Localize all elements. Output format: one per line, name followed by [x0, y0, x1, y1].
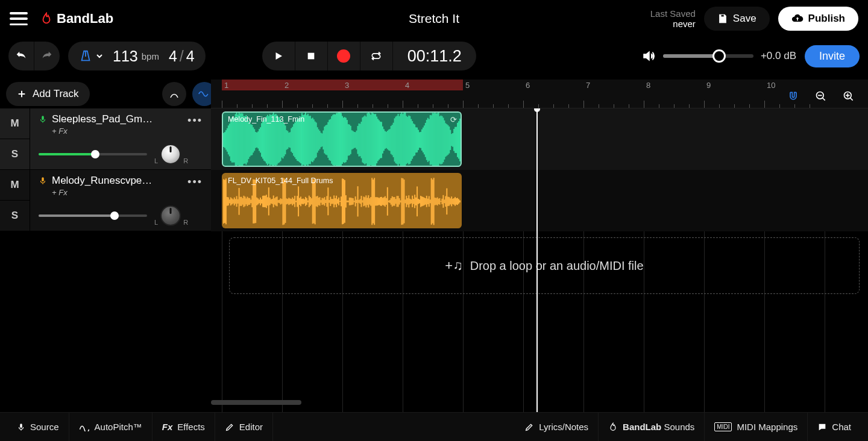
svg-rect-254	[281, 199, 283, 204]
svg-rect-213	[233, 199, 234, 204]
arrange-canvas[interactable]: Melody_Fin_113_Fmin ⟳ FL_DV_KIT05_144_Fu…	[211, 108, 868, 412]
tempo-value[interactable]: 113	[113, 48, 138, 65]
svg-rect-381	[432, 180, 433, 224]
draw-tool-button[interactable]	[162, 82, 186, 106]
svg-rect-292	[326, 196, 327, 207]
zoom-out-button[interactable]	[809, 84, 833, 108]
svg-rect-110	[348, 124, 349, 155]
chevron-down-icon	[96, 52, 103, 60]
save-icon	[717, 13, 728, 24]
snap-magnet-button[interactable]	[781, 84, 805, 108]
svg-rect-55	[282, 121, 283, 158]
bottom-editor[interactable]: Editor	[215, 413, 273, 441]
svg-rect-394	[447, 197, 448, 207]
mute-button[interactable]: M	[0, 108, 30, 139]
project-title[interactable]: Stretch It	[409, 11, 459, 26]
svg-rect-158	[404, 113, 406, 167]
svg-rect-178	[429, 119, 430, 161]
zoom-in-button[interactable]	[837, 84, 861, 108]
svg-rect-277	[309, 196, 310, 207]
bpm-label: bpm	[142, 51, 159, 61]
svg-rect-135	[377, 119, 379, 161]
svg-rect-176	[426, 120, 427, 160]
svg-rect-116	[355, 132, 356, 148]
add-fx-button[interactable]: + Fx	[52, 127, 203, 136]
svg-rect-167	[415, 127, 417, 152]
svg-rect-239	[263, 196, 265, 207]
svg-rect-383	[435, 198, 436, 205]
svg-rect-403	[458, 199, 459, 204]
svg-rect-84	[317, 127, 318, 152]
speaker-icon[interactable]	[641, 49, 656, 63]
playhead[interactable]	[536, 108, 538, 412]
solo-button[interactable]: S	[0, 139, 30, 169]
svg-rect-193	[446, 124, 447, 155]
stop-button[interactable]	[295, 42, 327, 70]
loop-region[interactable]	[222, 80, 463, 90]
audio-clip-1[interactable]: FL_DV_KIT05_144_Full Drums	[222, 173, 462, 228]
timecode[interactable]: 00:11.2	[392, 42, 476, 70]
bottom-midi[interactable]: MIDIMIDI Mappings	[705, 413, 808, 441]
save-button[interactable]: Save	[704, 7, 770, 31]
svg-rect-75	[306, 115, 307, 164]
drop-zone[interactable]: +♫ Drop a loop or an audio/MIDI file	[229, 237, 860, 294]
svg-rect-112	[350, 126, 351, 154]
svg-rect-385	[437, 198, 438, 206]
add-track-button[interactable]: Add Track	[6, 82, 90, 106]
bottom-effects[interactable]: FxEffects	[153, 413, 215, 441]
brand-logo[interactable]: BandLab	[40, 11, 113, 27]
svg-rect-233	[256, 198, 257, 205]
undo-button[interactable]	[8, 42, 34, 70]
master-volume-slider[interactable]	[663, 54, 753, 58]
svg-rect-366	[414, 195, 415, 208]
horizontal-scrollbar[interactable]	[211, 400, 868, 406]
svg-rect-363	[410, 199, 412, 204]
record-button[interactable]	[327, 42, 360, 70]
svg-rect-128	[369, 113, 370, 167]
bottom-autopitch[interactable]: AutoPitch™	[69, 413, 153, 441]
svg-rect-329	[370, 197, 371, 205]
svg-rect-206	[224, 180, 225, 224]
svg-rect-386	[438, 199, 439, 204]
track-menu-button[interactable]: •••	[187, 176, 203, 189]
svg-rect-57	[285, 125, 286, 154]
loop-button[interactable]	[360, 42, 392, 70]
svg-rect-96	[331, 116, 332, 164]
audio-clip-0[interactable]: Melody_Fin_113_Fmin ⟳	[222, 111, 462, 167]
svg-rect-344	[388, 201, 389, 202]
track-menu-button[interactable]: •••	[187, 114, 203, 127]
add-fx-button[interactable]: + Fx	[52, 188, 203, 197]
svg-rect-219	[240, 197, 241, 206]
svg-rect-142	[386, 132, 387, 148]
svg-rect-192	[445, 123, 446, 157]
track-header-1[interactable]: M S Melody_Runescvpe_… + Fx ••• L R	[0, 170, 211, 231]
svg-rect-356	[402, 178, 403, 225]
invite-button[interactable]: Invite	[805, 45, 860, 67]
pan-knob[interactable]	[160, 205, 181, 226]
metronome-button[interactable]	[79, 49, 103, 63]
svg-rect-315	[354, 201, 355, 202]
svg-rect-28	[250, 124, 251, 155]
svg-rect-264	[293, 199, 294, 204]
solo-button[interactable]: S	[0, 201, 30, 231]
svg-rect-397	[451, 196, 452, 206]
mute-button[interactable]: M	[0, 170, 30, 201]
svg-rect-327	[368, 195, 369, 207]
track-volume-slider[interactable]	[39, 214, 147, 217]
bottom-source[interactable]: Source	[7, 413, 69, 441]
track-volume-slider[interactable]	[39, 153, 147, 155]
bottom-sounds[interactable]: BandLab Sounds	[599, 413, 705, 441]
time-signature[interactable]: 4/4	[169, 48, 195, 65]
publish-button[interactable]: Publish	[778, 7, 858, 31]
play-button[interactable]	[262, 42, 295, 70]
svg-rect-198	[452, 133, 453, 147]
bottom-lyrics[interactable]: Lyrics/Notes	[515, 413, 599, 441]
bottom-chat[interactable]: Chat	[808, 413, 861, 441]
track-header-0[interactable]: M S Sleepless_Pad_Gm_… + Fx ••• L R	[0, 108, 211, 170]
menu-button[interactable]	[10, 12, 28, 25]
svg-rect-36	[260, 127, 261, 152]
svg-rect-378	[429, 196, 430, 207]
redo-button[interactable]	[34, 42, 60, 70]
timeline-ruler[interactable]: 12345678910	[211, 80, 868, 108]
pan-knob[interactable]	[160, 144, 181, 164]
